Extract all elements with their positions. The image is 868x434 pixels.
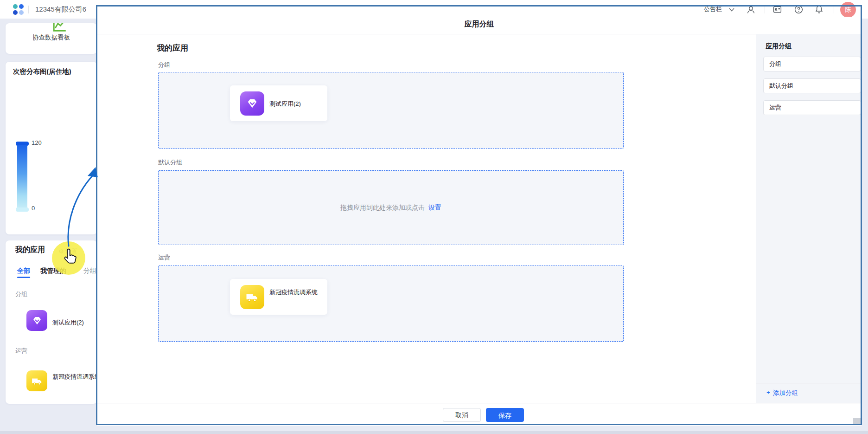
panel-divider [756, 383, 862, 383]
tab-group[interactable]: 分组 [83, 267, 96, 275]
app-grouping-modal: 应用分组 我的应用 分组 测试应用(2) 默认分组 拖拽应用到此处来添加或点击 … [97, 17, 862, 426]
modal-footer: 取消 保存 [97, 403, 862, 426]
group-manage-panel: 应用分组 + 添加分组 [756, 34, 862, 403]
top-bar: 12345有限公司6 公告栏 陈 [0, 0, 868, 19]
truck-app-icon[interactable] [26, 370, 47, 391]
help-icon[interactable] [794, 5, 804, 14]
plus-icon: + [766, 389, 770, 397]
app-card[interactable]: 新冠疫情流调系统 [230, 279, 327, 315]
legend-max-value: 120 [32, 139, 42, 146]
dropzone-default[interactable]: 拖拽应用到此处来添加或点击 设置 [158, 170, 624, 245]
truck-app-icon [240, 285, 264, 309]
modal-heading: 我的应用 [157, 43, 188, 53]
section-label-operation: 运营 [158, 253, 170, 262]
section-label-default: 默认分组 [158, 158, 182, 167]
settings-label: 设置 [65, 247, 77, 255]
window-edge [0, 431, 868, 434]
dropzone-settings-link[interactable]: 设置 [428, 204, 441, 212]
tab-managed[interactable]: 我管理的 [40, 267, 66, 275]
user-icon[interactable] [746, 5, 756, 14]
distribution-chart-card: 次密分布图(居住地) 120 0 [6, 62, 97, 234]
app-card[interactable]: 测试应用(2) [230, 85, 327, 121]
legend-gradient-bar [17, 145, 27, 208]
modal-title: 应用分组 [97, 19, 862, 29]
divider [28, 6, 29, 13]
sidebar-app-name[interactable]: 新冠疫情流调系统 [52, 373, 97, 381]
save-button[interactable]: 保存 [486, 408, 524, 422]
active-tab-underline [17, 277, 30, 278]
legend-gradient-cap-bottom [16, 207, 29, 212]
logo-dot [19, 10, 24, 15]
gem-app-icon [240, 91, 264, 116]
modal-header-divider [97, 34, 862, 34]
logo-dot [13, 4, 18, 9]
group-name-input[interactable] [763, 57, 861, 71]
app-root: 12345有限公司6 公告栏 陈 [0, 0, 868, 434]
sidebar-group-label: 分组 [15, 290, 27, 298]
tab-all[interactable]: 全部 [17, 267, 30, 275]
id-card-icon[interactable] [772, 5, 782, 14]
my-apps-card: 我的应用 ⚙设置 全部 我管理的 分组 分组 测试应用(2) 运营 新冠疫情流调… [6, 240, 97, 404]
dropzone-hint: 拖拽应用到此处来添加或点击 [340, 204, 425, 212]
section-label-group: 分组 [158, 61, 170, 69]
chart-card-title: 次密分布图(居住地) [13, 67, 71, 76]
panel-title: 应用分组 [766, 42, 791, 51]
apps-settings-button[interactable]: ⚙设置 [58, 247, 77, 255]
legend-min-value: 0 [32, 205, 35, 212]
dropzone-group[interactable]: 测试应用(2) [158, 72, 624, 149]
scrollbar-corner[interactable] [853, 418, 861, 424]
gem-app-icon[interactable] [26, 310, 47, 331]
sidebar-group-label: 运营 [15, 347, 27, 355]
user-avatar[interactable]: 陈 [840, 2, 856, 18]
dashboard-card[interactable]: 协查数据看板 [6, 23, 97, 54]
bell-icon[interactable] [814, 5, 824, 14]
group-name-input[interactable] [763, 78, 861, 93]
divider [834, 6, 834, 13]
logo-dot [19, 4, 24, 9]
logo-dot [13, 10, 18, 15]
announcement-menu[interactable]: 公告栏 [704, 0, 722, 19]
add-group-label: 添加分组 [773, 389, 798, 397]
dashboard-card-title: 协查数据看板 [6, 33, 97, 42]
group-name-input[interactable] [763, 100, 861, 115]
brand-logo[interactable] [13, 4, 24, 15]
add-group-button[interactable]: + 添加分组 [766, 389, 798, 397]
gear-icon: ⚙ [58, 248, 64, 255]
line-chart-icon [52, 23, 68, 33]
dropzone-operation[interactable]: 新冠疫情流调系统 [158, 266, 624, 342]
app-card-name: 测试应用(2) [269, 100, 301, 108]
chevron-down-icon[interactable] [729, 8, 734, 12]
my-apps-title: 我的应用 [15, 245, 45, 255]
app-card-name: 新冠疫情流调系统 [269, 288, 320, 296]
company-name[interactable]: 12345有限公司6 [35, 0, 86, 19]
cancel-button[interactable]: 取消 [443, 408, 481, 422]
sidebar-app-name[interactable]: 测试应用(2) [52, 318, 84, 326]
divider [765, 6, 765, 13]
